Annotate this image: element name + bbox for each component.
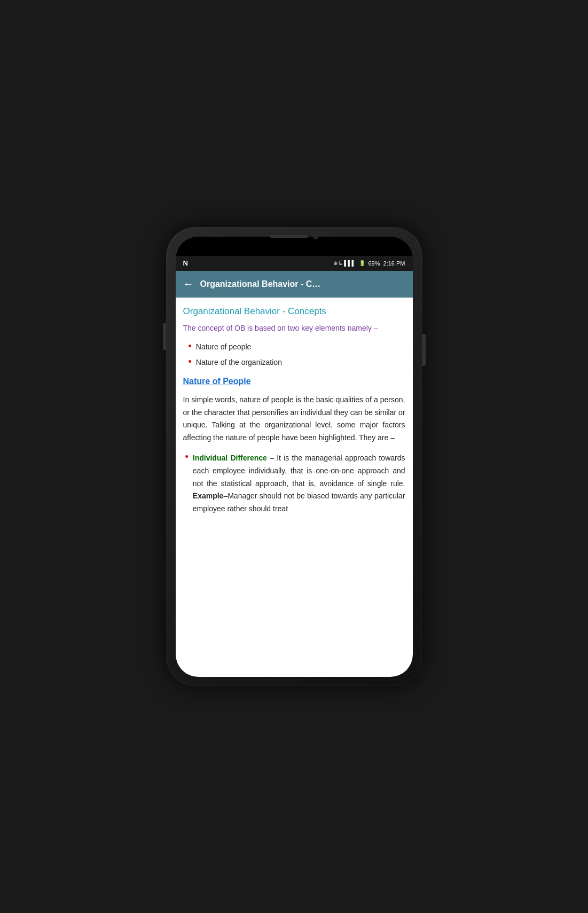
network-icons: ⊕ E ▌▌▌ bbox=[333, 260, 355, 266]
camera bbox=[313, 234, 318, 239]
page-title: Organizational Behavior - Concepts bbox=[183, 306, 405, 317]
phone-top-bar bbox=[166, 227, 422, 246]
bullet-icon: • bbox=[185, 452, 189, 462]
connector: – bbox=[267, 454, 277, 462]
speaker bbox=[270, 235, 308, 238]
time: 2:16 PM bbox=[383, 260, 405, 267]
battery-icon: 🔋 bbox=[359, 260, 365, 266]
bold-label: Example bbox=[193, 491, 224, 500]
intro-text: The concept of OB is based on two key el… bbox=[183, 322, 405, 334]
list-item-text: Nature of people bbox=[196, 341, 252, 353]
bullet-icon: • bbox=[189, 357, 192, 366]
sub-items-list: • Individual Difference – It is the mana… bbox=[183, 452, 405, 516]
key-elements-list: • Nature of people • Nature of the organ… bbox=[183, 341, 405, 368]
list-item-text: Nature of the organization bbox=[196, 357, 282, 368]
list-item: • Individual Difference – It is the mana… bbox=[185, 452, 405, 516]
phone-screen: N ⊕ E ▌▌▌ 🔋 69% 2:16 PM ← Organizational… bbox=[176, 237, 413, 677]
status-bar: N ⊕ E ▌▌▌ 🔋 69% 2:16 PM bbox=[176, 256, 413, 271]
volume-button bbox=[163, 323, 166, 350]
phone-outer: N ⊕ E ▌▌▌ 🔋 69% 2:16 PM ← Organizational… bbox=[166, 227, 422, 686]
section1-heading: Nature of People bbox=[183, 377, 405, 386]
app-bar: ← Organizational Behavior - C… bbox=[176, 271, 413, 298]
term-highlight: Individual Difference bbox=[193, 454, 267, 462]
app-bar-title: Organizational Behavior - C… bbox=[200, 279, 405, 289]
bullet-icon: • bbox=[189, 341, 192, 351]
status-left: N bbox=[183, 259, 188, 267]
section1-body: In simple words, nature of people is the… bbox=[183, 394, 405, 444]
status-right: ⊕ E ▌▌▌ 🔋 69% 2:16 PM bbox=[333, 260, 405, 267]
list-item: • Nature of people bbox=[189, 341, 405, 353]
power-button bbox=[422, 334, 426, 366]
list-item: • Nature of the organization bbox=[189, 357, 405, 368]
content-area[interactable]: Organizational Behavior - Concepts The c… bbox=[176, 298, 413, 677]
sub-item-content: Individual Difference – It is the manage… bbox=[193, 452, 405, 516]
app-icon: N bbox=[183, 259, 188, 267]
battery-level: 69% bbox=[369, 260, 380, 267]
back-button[interactable]: ← bbox=[183, 278, 194, 290]
